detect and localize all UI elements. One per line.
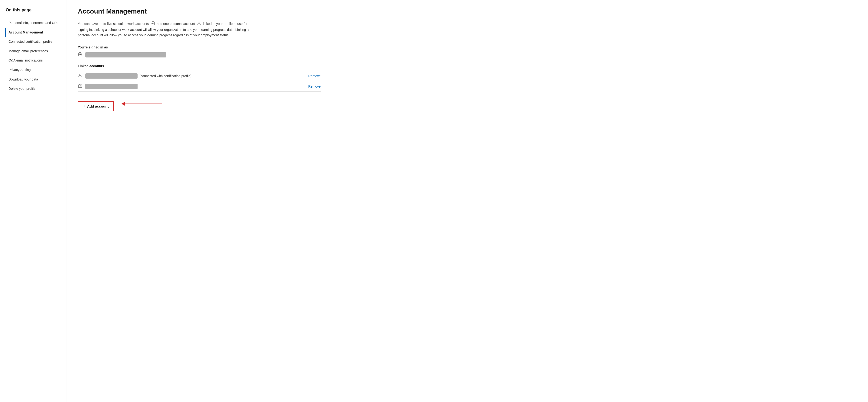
svg-rect-11 [80, 84, 81, 85]
sidebar-item-delete-profile[interactable]: Delete your profile [5, 84, 66, 93]
add-account-label: Add account [87, 104, 108, 108]
sidebar-item-personal-info[interactable]: Personal info, username and URL [5, 18, 66, 28]
signed-in-work-icon [78, 52, 83, 57]
red-arrow-annotation [121, 102, 162, 106]
sidebar-item-qa-notifications[interactable]: Q&A email notifications [5, 56, 66, 65]
page-title: Account Management [78, 8, 321, 15]
linked-accounts-label: Linked accounts [78, 64, 321, 68]
main-content: Account Management You can have up to fi… [66, 0, 332, 402]
linked-account-row-2: Remove [78, 81, 321, 92]
linked-account-2-text [85, 84, 306, 89]
work-account-icon [150, 21, 155, 27]
linked-account-row-1: (connected with certification profile) R… [78, 71, 321, 81]
description-paragraph: You can have up to five school or work a… [78, 21, 258, 38]
sidebar: On this page Personal info, username and… [0, 0, 66, 402]
sidebar-item-certification-profile[interactable]: Connected certification profile [5, 37, 66, 47]
signed-in-row [78, 52, 321, 57]
linked-account-1-text: (connected with certification profile) [85, 74, 306, 79]
linked-account-1-person-icon [78, 73, 83, 79]
svg-rect-1 [152, 21, 153, 22]
signed-in-label: You're signed in as [78, 45, 321, 49]
remove-account-1-button[interactable]: Remove [308, 74, 321, 78]
linked-account-1-cert-label: (connected with certification profile) [140, 74, 191, 78]
linked-account-2-work-icon [78, 84, 83, 89]
arrow-line [124, 104, 162, 104]
description-text-part1: You can have up to five school or work a… [78, 22, 149, 26]
linked-account-2-email-bar [85, 84, 137, 89]
sidebar-heading: On this page [6, 8, 66, 12]
add-account-button[interactable]: + Add account [78, 101, 114, 111]
red-arrow [121, 102, 162, 106]
sidebar-item-download-data[interactable]: Download your data [5, 75, 66, 84]
remove-account-2-button[interactable]: Remove [308, 85, 321, 88]
linked-account-1-email-bar [85, 74, 137, 79]
signed-in-email-bar [85, 52, 166, 57]
svg-rect-6 [80, 53, 81, 53]
sidebar-item-privacy-settings[interactable]: Privacy Settings [5, 65, 66, 75]
sidebar-item-account-management[interactable]: Account Management [5, 28, 66, 37]
plus-icon: + [83, 104, 85, 108]
person-account-icon [196, 21, 202, 27]
add-account-container: + Add account [78, 101, 114, 111]
linked-accounts-section: Linked accounts (connected with certific… [78, 64, 321, 92]
description-text-part2: and one personal account [157, 22, 195, 26]
sidebar-item-email-preferences[interactable]: Manage email preferences [5, 47, 66, 56]
